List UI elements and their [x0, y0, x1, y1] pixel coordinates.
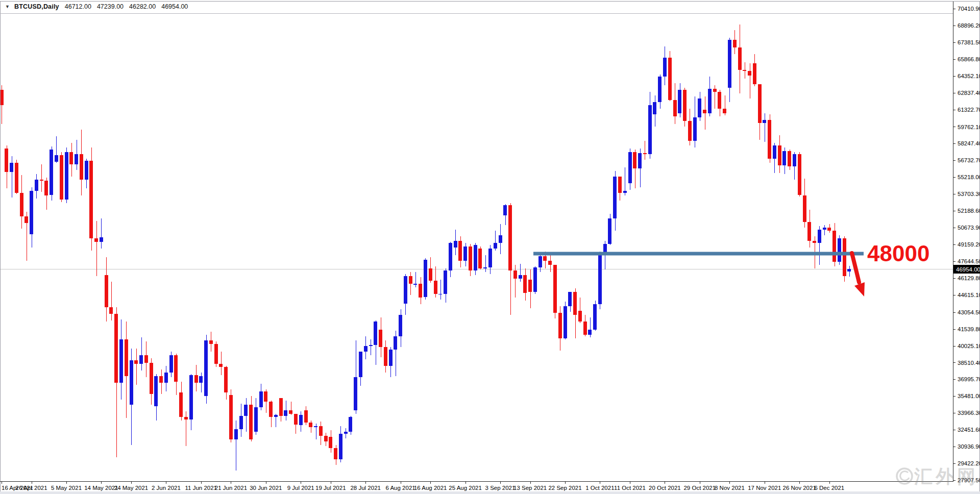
price-axis-label: 43054.50 [958, 309, 980, 315]
candle-body [429, 268, 432, 281]
candle-body [214, 344, 218, 364]
candle-body [827, 228, 831, 231]
candlestick-chart-canvas[interactable]: 4800070410.9068896.2067381.5065866.80643… [0, 0, 980, 494]
candle-body [628, 152, 632, 183]
candle-body [359, 352, 362, 377]
ohlc-low-value: 46282.00 [129, 3, 156, 10]
date-axis-label: 3 Sep 2021 [485, 485, 516, 491]
candle-body [494, 243, 497, 249]
candle-body [384, 347, 387, 366]
candle-body [35, 180, 38, 191]
candle-body [284, 410, 287, 416]
candle-body [528, 280, 532, 292]
candle-body [15, 163, 18, 193]
candle-body [748, 71, 751, 76]
date-axis-label: 24 May 2021 [114, 485, 149, 491]
ohlc-open-value: 46712.00 [65, 3, 91, 10]
date-axis-label: 14 May 2021 [84, 485, 118, 491]
price-axis-label: 62837.40 [958, 90, 980, 96]
candle-body [847, 269, 851, 271]
candle-body [105, 275, 108, 307]
candle-body [803, 195, 806, 222]
candle-body [309, 423, 312, 427]
candle-body [573, 292, 577, 315]
candle-body [613, 177, 617, 219]
price-axis-label: 47644.50 [958, 258, 980, 264]
candle-body [204, 340, 208, 396]
candle-body [389, 350, 393, 366]
candle-body [164, 373, 168, 383]
candle-body [758, 84, 762, 123]
candle-body [678, 90, 681, 113]
symbol-dropdown-icon[interactable]: ▼ [5, 4, 10, 9]
candle-body [568, 292, 572, 306]
candle-body [24, 216, 28, 223]
candle-body [344, 432, 348, 434]
price-axis-label: 50673.90 [958, 225, 980, 231]
candle-body [618, 177, 622, 193]
date-axis-label: 28 Jul 2021 [350, 485, 380, 491]
candle-body [718, 92, 721, 109]
date-axis-label: 6 Dec 2021 [814, 485, 844, 491]
candle-body [723, 109, 726, 113]
candle-body [424, 260, 427, 298]
candle-body [698, 98, 701, 117]
candle-body [299, 415, 303, 425]
date-axis-label: 11 Jun 2021 [185, 485, 217, 491]
date-axis-label: 16 Aug 2021 [414, 485, 447, 491]
candle-body [773, 145, 776, 159]
candle-body [354, 377, 357, 410]
date-axis-label: 26 Apr 2021 [16, 485, 47, 491]
candle-body [598, 255, 602, 304]
candle-body [583, 322, 587, 335]
candle-body [150, 363, 153, 394]
price-axis-label: 67381.50 [958, 39, 980, 45]
candle-body [548, 261, 552, 265]
price-axis-label: 61322.70 [958, 107, 980, 113]
candle-body [683, 90, 687, 121]
chart-header: ▼ BTCUSD,Daily 46712.00 47239.00 46282.0… [5, 3, 188, 10]
candle-body [369, 345, 373, 346]
candle-body [638, 153, 642, 168]
candle-body [533, 267, 537, 292]
price-axis-label: 59762.10 [958, 124, 980, 130]
candle-body [708, 89, 712, 113]
candle-body [593, 304, 597, 330]
candle-body [334, 448, 337, 459]
date-axis-label: 9 Jul 2021 [287, 485, 314, 491]
candle-body [44, 181, 48, 195]
candle-body [159, 376, 163, 383]
candle-body [264, 391, 267, 402]
candle-body [10, 163, 13, 171]
price-axis-label: 40025.10 [958, 343, 980, 349]
candle-body [798, 154, 801, 195]
candle-body [319, 426, 323, 436]
candle-body [294, 414, 298, 425]
candle-body [703, 110, 706, 113]
candle-body [244, 405, 248, 416]
candle-body [478, 249, 482, 268]
candle-body [623, 191, 627, 193]
candle-body [633, 152, 636, 169]
resistance-trendline[interactable] [533, 252, 864, 256]
candle-body [513, 270, 517, 278]
candle-body [763, 120, 766, 124]
candle-body [588, 330, 592, 335]
candle-body [743, 70, 746, 71]
candle-body [85, 161, 88, 180]
candle-body [339, 434, 342, 459]
candle-body [75, 154, 78, 164]
price-axis-label: 55218.00 [958, 174, 980, 180]
candle-body [499, 235, 502, 243]
candle-body [564, 306, 567, 338]
price-level-annotation[interactable]: 48000 [867, 241, 929, 266]
candle-body [60, 155, 63, 200]
price-axis-label: 30936.90 [958, 443, 980, 450]
candle-body [189, 375, 193, 419]
candle-body [843, 238, 846, 276]
candle-body [314, 426, 317, 427]
candle-body [174, 355, 178, 382]
candle-body [254, 407, 258, 432]
price-axis-label: 58247.40 [958, 140, 980, 146]
window-bottom-strip [0, 491, 980, 494]
